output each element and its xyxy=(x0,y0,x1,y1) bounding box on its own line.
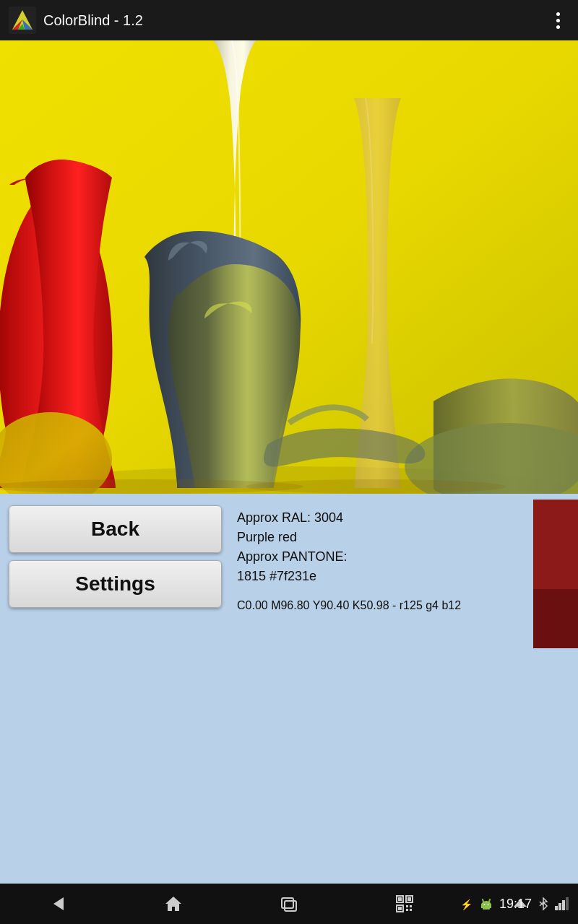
status-time: 19:17 xyxy=(499,897,532,912)
svg-rect-15 xyxy=(285,901,296,911)
overflow-dot-1 xyxy=(556,12,560,16)
status-bar-right: ⚡ 19:17 xyxy=(459,897,569,912)
photo-area[interactable] xyxy=(0,40,578,494)
swatch-bottom xyxy=(533,589,578,648)
back-button[interactable]: Back xyxy=(9,505,222,553)
ral-name: Purple red xyxy=(237,528,527,547)
usb-icon: ⚡ xyxy=(459,897,473,911)
navigation-bar: ⚡ 19:17 xyxy=(0,884,578,924)
swatch-top xyxy=(533,500,578,589)
svg-rect-23 xyxy=(410,905,412,907)
nav-recents-button[interactable] xyxy=(269,884,309,924)
color-info-column: Approx RAL: 3004 Purple red Approx PANTO… xyxy=(231,500,533,918)
svg-rect-14 xyxy=(282,898,293,908)
svg-text:⚡: ⚡ xyxy=(460,899,473,911)
nav-home-icon xyxy=(163,894,184,914)
svg-rect-39 xyxy=(566,897,569,910)
color-swatch xyxy=(533,500,578,648)
overflow-menu-button[interactable] xyxy=(546,9,569,32)
photo-canvas xyxy=(0,40,578,494)
nav-back-button[interactable] xyxy=(38,884,78,924)
pantone-value: 1815 #7f231e xyxy=(237,567,527,586)
svg-line-31 xyxy=(489,899,490,902)
app-title: ColorBlind - 1.2 xyxy=(43,12,546,29)
svg-rect-34 xyxy=(483,907,485,910)
nav-qr-icon xyxy=(394,894,415,914)
buttons-column: Back Settings xyxy=(0,500,231,918)
svg-point-11 xyxy=(246,479,506,494)
bottom-panel: Back Settings Approx RAL: 3004 Purple re… xyxy=(0,494,578,924)
overflow-dot-2 xyxy=(556,19,560,22)
svg-rect-36 xyxy=(555,906,558,910)
svg-point-33 xyxy=(487,904,488,905)
svg-rect-24 xyxy=(406,909,408,911)
svg-point-32 xyxy=(483,904,485,905)
svg-rect-22 xyxy=(406,905,408,907)
svg-line-30 xyxy=(483,899,483,902)
svg-rect-25 xyxy=(410,909,412,911)
svg-rect-19 xyxy=(407,897,411,901)
nav-back-icon xyxy=(48,894,68,914)
nav-qr-button[interactable] xyxy=(384,884,425,924)
pantone-label: Approx PANTONE: xyxy=(237,547,527,567)
bluetooth-icon xyxy=(538,897,549,911)
android-icon xyxy=(479,897,493,911)
color-info-text: Approx RAL: 3004 Purple red Approx PANTO… xyxy=(237,508,527,912)
app-icon xyxy=(9,6,36,34)
svg-rect-21 xyxy=(398,907,402,910)
nav-home-button[interactable] xyxy=(153,884,194,924)
settings-button[interactable]: Settings xyxy=(9,560,222,608)
svg-rect-37 xyxy=(558,903,561,910)
nav-recents-icon xyxy=(279,894,299,914)
svg-rect-35 xyxy=(488,907,490,910)
main-content: Back Settings Approx RAL: 3004 Purple re… xyxy=(0,40,578,924)
ral-line: Approx RAL: 3004 xyxy=(237,508,527,528)
signal-icon xyxy=(555,897,569,910)
svg-rect-38 xyxy=(562,900,565,910)
svg-rect-17 xyxy=(398,897,402,901)
cmyk-line: C0.00 M96.80 Y90.40 K50.98 - r125 g4 b12 xyxy=(237,598,527,614)
svg-marker-13 xyxy=(165,897,181,911)
app-bar: ColorBlind - 1.2 xyxy=(0,0,578,40)
svg-marker-12 xyxy=(53,897,64,910)
overflow-dot-3 xyxy=(556,25,560,29)
